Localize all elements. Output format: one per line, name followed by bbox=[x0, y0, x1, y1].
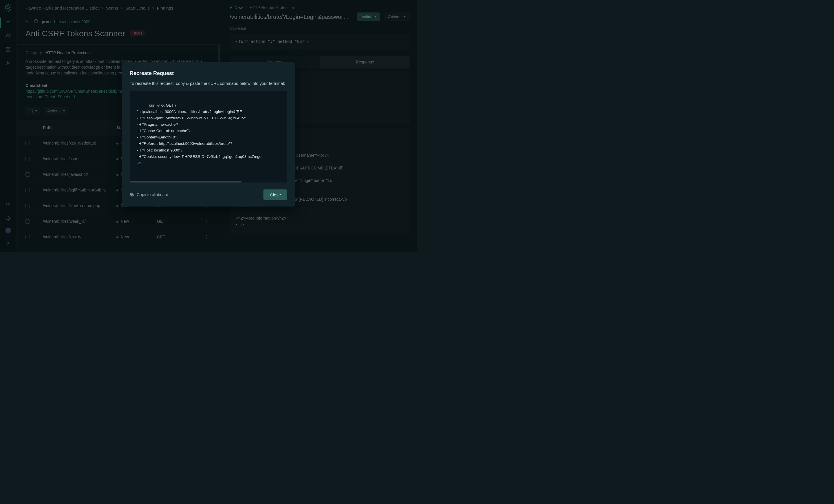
close-button[interactable]: Close bbox=[264, 190, 287, 200]
modal-title: Recreate Request bbox=[130, 70, 287, 76]
horizontal-scrollbar[interactable] bbox=[130, 181, 242, 182]
copy-icon bbox=[130, 193, 134, 197]
recreate-request-modal: Recreate Request To recreate this reques… bbox=[122, 62, 295, 206]
modal-subtitle: To recreate this request, copy & paste t… bbox=[130, 81, 287, 86]
curl-codeblock[interactable]: curl -v -X GET \ "http://localhost:9000/… bbox=[130, 91, 287, 183]
modal-overlay[interactable]: Recreate Request To recreate this reques… bbox=[0, 0, 417, 252]
copy-to-clipboard-button[interactable]: Copy to clipboard bbox=[130, 193, 168, 197]
